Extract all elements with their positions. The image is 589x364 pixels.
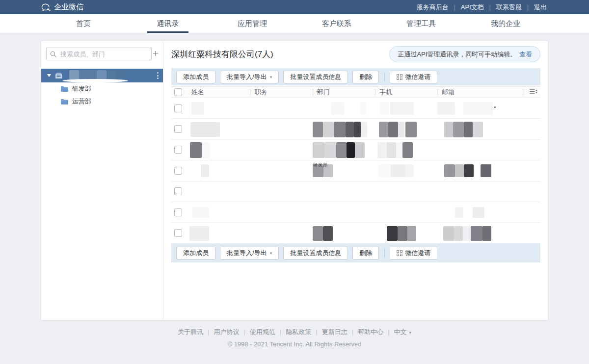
toolbar-button-delete[interactable]: 删除	[352, 247, 379, 260]
page-title: 深圳红粟科技有限公司(7人)	[171, 49, 273, 60]
cell-phone	[375, 202, 437, 222]
toolbar-button-import-export[interactable]: 批量导入/导出▾	[220, 71, 279, 83]
footer-link-privacy[interactable]: 隐私政策	[286, 328, 311, 336]
dropdown-caret-icon: ▾	[270, 75, 272, 79]
more-menu-icon[interactable]	[157, 72, 159, 80]
redaction-block	[402, 142, 413, 158]
cell-dept	[313, 202, 375, 222]
topbar-link-contact-support[interactable]: 联系客服	[495, 3, 523, 12]
main-header: 深圳红粟科技有限公司(7人) 正通过API管理通讯录，同时可手动编辑。 查看	[171, 41, 540, 62]
redaction-block	[481, 164, 491, 177]
brand-name: 企业微信	[54, 2, 83, 12]
toolbar-button-batch-set-info[interactable]: 批量设置成员信息	[283, 247, 348, 260]
redaction-block	[313, 122, 323, 137]
row-checkbox[interactable]	[174, 187, 182, 195]
row-checkbox-cell	[171, 202, 187, 222]
redaction-block	[482, 226, 491, 241]
redaction-block	[191, 102, 204, 115]
redaction-block	[361, 122, 367, 137]
row-checkbox[interactable]	[174, 167, 182, 175]
banner-view-link[interactable]: 查看	[519, 51, 532, 58]
row-checkbox[interactable]	[174, 146, 182, 154]
toolbar-button-add-member[interactable]: 添加成员	[176, 247, 215, 260]
cell-dept	[313, 182, 375, 202]
organization-icon	[55, 73, 62, 79]
cell-email	[437, 98, 523, 118]
redaction-block	[336, 142, 347, 158]
redaction-block	[444, 164, 455, 177]
search-box[interactable]	[46, 48, 152, 60]
footer-link-usage-rules[interactable]: 使用规范	[250, 328, 275, 336]
toolbar-button-batch-set-info[interactable]: 批量设置成员信息	[283, 71, 348, 83]
department-tree: 研发部运营部	[41, 69, 163, 108]
qr-code-icon	[397, 250, 402, 256]
cell-email	[437, 202, 523, 222]
collapse-caret-icon[interactable]	[47, 74, 51, 77]
folder-icon	[61, 99, 68, 104]
row-checkbox[interactable]	[174, 208, 182, 216]
cell-title	[250, 140, 313, 160]
toolbar-button-add-member[interactable]: 添加成员	[176, 71, 215, 83]
topbar-link-api-docs[interactable]: API文档	[460, 3, 485, 12]
tab-admin-tools[interactable]: 管理工具	[379, 14, 463, 33]
nav-tabs: 首页通讯录应用管理客户联系管理工具我的企业	[41, 14, 548, 33]
redaction-block	[396, 142, 402, 158]
topbar-separator: |	[527, 4, 529, 11]
tab-home[interactable]: 首页	[41, 14, 126, 33]
tab-contacts[interactable]: 通讯录	[126, 14, 210, 33]
cell-email	[437, 223, 523, 243]
redaction-block	[379, 102, 389, 115]
row-checkbox-cell	[171, 182, 187, 202]
row-checkbox[interactable]	[174, 104, 182, 112]
redaction-block	[405, 164, 414, 177]
column-settings-cell	[523, 89, 540, 96]
department-list: 研发部运营部	[41, 82, 163, 108]
redaction-block	[355, 142, 365, 158]
cell-title	[250, 202, 313, 222]
footer-links: 关于腾讯|用户协议|使用规范|隐私政策|更新日志|帮助中心|中文▾	[0, 328, 589, 337]
row-checkbox[interactable]	[174, 229, 182, 237]
cell-dept	[313, 140, 375, 160]
footer-link-about-tencent[interactable]: 关于腾讯	[178, 328, 203, 336]
button-label: 批量设置成员信息	[290, 249, 341, 258]
partially-visible-text: 研发部	[313, 162, 328, 168]
add-department-button[interactable]: +	[152, 48, 160, 60]
cell-name	[187, 202, 250, 222]
tree-root-company[interactable]	[41, 69, 163, 82]
sidebar-item-rd-dept[interactable]: 研发部	[41, 82, 163, 95]
tab-customer-relations[interactable]: 客户联系	[294, 14, 379, 33]
tab-my-company[interactable]: 我的企业	[463, 14, 548, 33]
column-header-name: 姓名	[187, 89, 250, 96]
footer-link-help-center[interactable]: 帮助中心	[358, 328, 383, 336]
redaction-block	[444, 122, 453, 137]
toolbar-button-wechat-invite[interactable]: 微信邀请	[390, 247, 437, 260]
toolbar-button-delete[interactable]: 删除	[352, 71, 379, 83]
brand[interactable]: 企业微信	[41, 2, 83, 12]
topbar: 企业微信 服务商后台|API文档|联系客服|退出	[0, 0, 589, 14]
redaction-block	[202, 142, 210, 158]
footer-link-changelog[interactable]: 更新日志	[322, 328, 348, 336]
search-input[interactable]	[59, 50, 148, 58]
redaction-block	[189, 226, 209, 241]
footer-separator: |	[280, 328, 281, 336]
column-header-title: 职务	[250, 89, 313, 96]
toolbar-divider	[384, 249, 385, 258]
language-selector[interactable]: 中文▾	[394, 328, 411, 336]
column-header-phone: 手机	[375, 89, 437, 96]
toolbar-button-import-export[interactable]: 批量导入/导出▾	[220, 247, 279, 260]
select-all-checkbox[interactable]	[174, 88, 182, 96]
footer-separator: |	[388, 328, 389, 336]
tab-app-management[interactable]: 应用管理	[210, 14, 294, 33]
footer-link-terms[interactable]: 用户协议	[214, 328, 239, 336]
sidebar-item-ops-dept[interactable]: 运营部	[41, 95, 163, 108]
redaction-block	[378, 164, 391, 177]
column-settings-icon[interactable]	[530, 88, 537, 96]
redaction-block	[473, 122, 483, 137]
topbar-link-provider-console[interactable]: 服务商后台	[416, 3, 450, 12]
header-checkbox-cell	[171, 88, 187, 96]
redaction-block	[407, 226, 416, 241]
footer-separator: |	[316, 328, 317, 336]
row-checkbox[interactable]	[174, 125, 182, 133]
topbar-link-logout[interactable]: 退出	[533, 3, 548, 12]
toolbar-button-wechat-invite[interactable]: 微信邀请	[390, 71, 437, 83]
